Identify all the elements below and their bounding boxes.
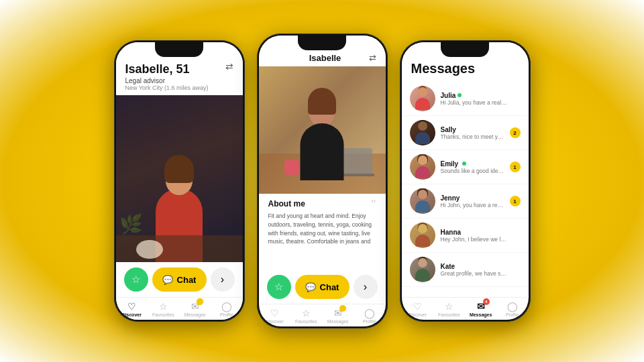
chat-icon-2: 💬 (305, 282, 316, 292)
notch-1 (155, 42, 203, 57)
favourites-icon-2: ☆ (302, 308, 311, 318)
nav-messages-1[interactable]: ✉ Messages (179, 301, 211, 317)
avatar (410, 154, 435, 180)
phone-3: Messages Julia (400, 40, 531, 322)
about-text: Fit and young at heart and mind. Enjoy o… (268, 212, 376, 246)
message-content: Sally Thanks, nice to meet yo... (441, 126, 504, 140)
chat-label-2: Chat (320, 282, 339, 292)
msg-name: Jenny (441, 194, 504, 202)
favourites-label-3: Favourites (438, 312, 460, 317)
notch-3 (441, 42, 489, 57)
favourites-label-1: Favourites (152, 312, 174, 317)
nav-profile-1[interactable]: ◯ Profile (211, 301, 242, 317)
nav-favourites-1[interactable]: ☆ Favourites (148, 301, 179, 317)
messages-icon-3: ✉ 4 (477, 301, 485, 312)
profile-label-2: Profile (363, 319, 376, 324)
message-content: Hanna Hey John, I believe we live l... (441, 229, 521, 243)
bottom-nav-2: ♡ Discover ☆ Favourites ✉ Messages ◯ Pro… (259, 304, 386, 326)
message-content: Emily Sounds like a good idea... (441, 160, 504, 174)
chat-icon-1: 💬 (162, 275, 173, 285)
discover-label-2: Discover (266, 319, 284, 324)
star-button[interactable]: ☆ (124, 267, 148, 292)
list-item[interactable]: Julia Hi Julia, you have a really ni... (402, 82, 529, 116)
msg-preview: Hi John, you have a rea... (441, 202, 504, 208)
quote-icon: " (371, 199, 376, 210)
messages-label-3: Messages (470, 312, 492, 317)
profile-label-1: Profile (220, 312, 233, 317)
favourites-icon-3: ☆ (445, 301, 453, 312)
avatar (410, 86, 435, 111)
msg-preview: Hi Julia, you have a really ni... (441, 99, 508, 106)
nav-favourites-3[interactable]: ☆ Favourites (433, 301, 465, 317)
nav-discover-3[interactable]: ♡ Discover (402, 301, 433, 317)
phone2-settings-icon[interactable]: ⇄ (369, 53, 376, 63)
profile-name: Isabelle, 51 (125, 62, 233, 76)
messages-icon-2: ✉ (334, 308, 342, 318)
nav-discover-2[interactable]: ♡ Discover (259, 308, 290, 324)
nav-messages-2[interactable]: ✉ Messages (322, 308, 354, 324)
nav-discover-1[interactable]: ♡ Discover (116, 301, 148, 317)
phone-2: Isabelle ⇄ (257, 34, 388, 328)
msg-name: Sally (441, 126, 504, 133)
profile-location: New York City (1.6 miles away) (125, 84, 233, 91)
favourites-label-2: Favourites (295, 319, 317, 324)
msg-preview: Great profile, we have so... (441, 270, 508, 277)
nav-favourites-2[interactable]: ☆ Favourites (290, 308, 322, 324)
next-button-1[interactable]: › (211, 267, 235, 292)
list-item[interactable]: Jenny Hi John, you have a rea... 1 (402, 184, 529, 219)
message-content: Julia Hi Julia, you have a really ni... (441, 92, 521, 106)
messages-title: Messages (411, 61, 519, 76)
message-content: Jenny Hi John, you have a rea... (441, 194, 504, 208)
notch-2 (298, 36, 346, 50)
messages-icon-1: ✉ (191, 301, 199, 312)
msg-preview: Hey John, I believe we live l... (441, 236, 508, 243)
msg-badge: 1 (510, 196, 521, 206)
messages-label-2: Messages (327, 319, 349, 324)
about-title: About me (268, 199, 305, 210)
nav-profile-2[interactable]: ◯ Profile (354, 308, 385, 324)
discover-label-3: Discover (409, 312, 427, 317)
msg-badge: 1 (510, 162, 521, 172)
nav-messages-3[interactable]: ✉ 4 Messages (465, 301, 496, 317)
chat-button-2[interactable]: 💬 Chat (295, 275, 350, 299)
message-content: Kate Great profile, we have so... (441, 263, 521, 277)
profile-job: Legal advisor (125, 77, 233, 84)
nav-profile-3[interactable]: ◯ Profile (496, 301, 528, 317)
bottom-nav-1: ♡ Discover ☆ Favourites ✉ Messages ◯ Pro… (116, 297, 243, 320)
discover-icon-1: ♡ (127, 301, 136, 312)
messages-label-1: Messages (184, 312, 206, 317)
list-item[interactable]: Emily Sounds like a good idea... 1 (402, 150, 529, 184)
msg-name: Kate (441, 263, 521, 270)
profile-icon-2: ◯ (364, 308, 375, 318)
phone2-title: Isabelle (282, 53, 369, 63)
next-button-2[interactable]: › (354, 275, 378, 299)
msg-preview: Sounds like a good idea... (441, 168, 504, 174)
chat-label-1: Chat (177, 275, 197, 285)
chat-button-1[interactable]: 💬 Chat (152, 267, 207, 292)
settings-icon[interactable]: ⇄ (225, 61, 233, 72)
profile-icon-3: ◯ (507, 301, 518, 312)
favourites-icon-1: ☆ (159, 301, 168, 312)
list-item[interactable]: Kate Great profile, we have so... (402, 253, 529, 287)
avatar (410, 120, 435, 145)
avatar (410, 223, 435, 248)
profile-icon-1: ◯ (221, 301, 232, 312)
msg-name: Hanna (441, 229, 521, 236)
discover-icon-2: ♡ (270, 308, 279, 318)
phone-1: Isabelle, 51 Legal advisor New York City… (114, 40, 245, 322)
bottom-nav-3: ♡ Discover ☆ Favourites ✉ 4 Messages ◯ P… (402, 297, 529, 320)
discover-icon-3: ♡ (413, 301, 422, 312)
avatar (410, 257, 435, 282)
msg-preview: Thanks, nice to meet yo... (441, 133, 504, 140)
msg-name: Emily (441, 160, 504, 168)
star-button-2[interactable]: ☆ (267, 275, 291, 299)
list-item[interactable]: Sally Thanks, nice to meet yo... 2 (402, 116, 529, 150)
profile-label-3: Profile (506, 312, 519, 317)
msg-name: Julia (441, 92, 521, 99)
avatar (410, 188, 435, 214)
messages-list: Julia Hi Julia, you have a really ni... (402, 82, 529, 297)
msg-badge: 2 (510, 127, 521, 138)
list-item[interactable]: Hanna Hey John, I believe we live l... (402, 219, 529, 253)
discover-label-1: Discover (121, 312, 142, 317)
